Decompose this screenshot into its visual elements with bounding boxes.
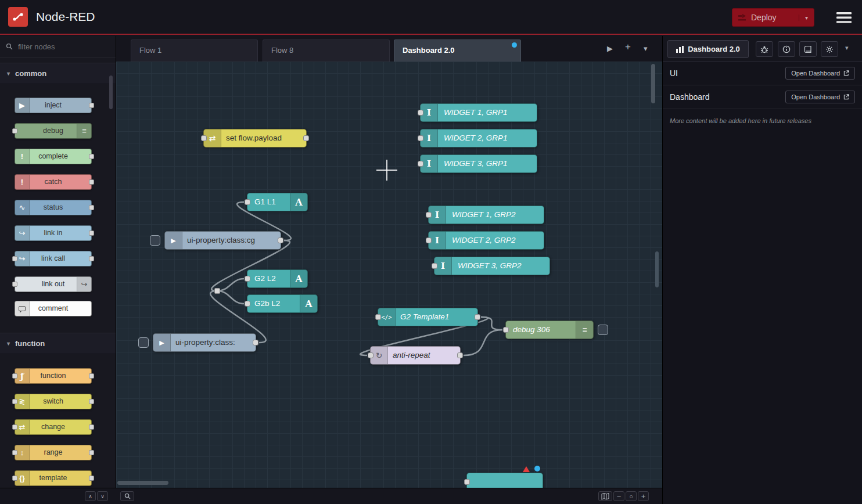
flow-canvas[interactable]: ⇄ set flow.payload I WIDGET 1, GRP1 I WI… [116,62,662,488]
filter-nodes-input[interactable] [17,42,104,52]
palette-search[interactable] [0,36,116,57]
output-port[interactable] [253,340,258,345]
collapse-categories-button[interactable]: ∧ [85,491,96,501]
input-port[interactable] [245,199,250,205]
tab-dashboard-2-0[interactable]: Dashboard 2.0 [394,39,521,62]
node-widget-3-grp1[interactable]: I WIDGET 3, GRP1 [420,154,537,173]
sidebar-tab-label: Dashboard 2.0 [688,45,740,53]
input-port[interactable] [418,161,423,167]
input-port[interactable] [503,327,509,333]
palette-node-link-in[interactable]: ↪ link in [15,225,92,241]
input-port[interactable] [201,135,207,141]
palette-category-label: function [15,339,45,348]
flow-menu-caret-icon[interactable]: ▾ [644,44,648,53]
input-port[interactable] [426,237,432,243]
node-change-set-flow-payload[interactable]: ⇄ set flow.payload [203,129,307,147]
main-menu-button[interactable] [836,12,852,23]
palette-node-change[interactable]: ⇄ change [15,419,92,435]
palette-node-catch[interactable]: ! catch [15,174,92,190]
output-port [89,231,94,236]
input-port [12,399,17,404]
palette-node-switch[interactable]: ≷ switch [15,394,92,409]
node-g2b-l2[interactable]: A G2b L2 [247,294,318,313]
zoom-in-button[interactable]: + [638,491,649,501]
palette-node-status[interactable]: ∿ status [15,200,92,215]
deploy-options-caret-icon[interactable]: ▾ [799,15,814,21]
input-port[interactable] [418,110,423,116]
output-port[interactable] [278,237,283,243]
input-port[interactable] [368,352,373,358]
palette-node-complete[interactable]: ! complete [15,149,92,164]
input-port[interactable] [245,276,250,282]
node-widget-2-grp1[interactable]: I WIDGET 2, GRP1 [420,129,537,147]
input-port[interactable] [432,263,437,269]
search-icon [6,43,13,50]
tab-flow-8[interactable]: Flow 8 [263,39,390,62]
palette-category-function[interactable]: ▾ function [0,333,116,354]
inject-button[interactable] [138,337,149,348]
debug-sidebar-button[interactable] [756,41,773,57]
palette-node-comment[interactable]: comment [15,301,92,316]
node-red-editor: Node-RED Deploy ▾ ▾ common ▶ inject [0,0,862,504]
vertical-scrollbar[interactable] [651,64,655,103]
wire-junction[interactable] [214,288,220,294]
palette-category-common[interactable]: ▾ common [0,63,116,84]
flow-list-button[interactable]: ▶ [607,44,613,53]
input-port[interactable] [245,301,250,307]
output-port[interactable] [303,135,309,141]
input-port[interactable] [375,314,381,320]
search-flows-button[interactable] [120,491,134,501]
palette-node-template[interactable]: {} template [15,470,92,486]
wire[interactable] [481,317,502,330]
node-inject-ui-property[interactable]: ▶ ui-property:class: [153,333,256,352]
node-debug-306[interactable]: ≡ debug 306 [505,321,594,339]
node-widget-1-grp2[interactable]: I WIDGET 1, GRP2 [428,206,544,224]
palette-node-inject[interactable]: ▶ inject [15,98,92,113]
expand-categories-button[interactable]: ∨ [97,491,108,501]
debug-toggle-button[interactable] [598,325,608,335]
input-port[interactable] [418,135,423,141]
node-widget-3-grp2[interactable]: I WIDGET 3, GRP2 [434,257,550,275]
output-port [89,179,94,185]
info-sidebar-button[interactable] [778,41,795,57]
navigator-toggle-button[interactable] [598,491,612,501]
footer-bar: ∧ ∨ − ○ + [0,488,662,504]
wire[interactable] [464,330,502,355]
zoom-out-button[interactable]: − [613,491,624,501]
config-sidebar-button[interactable] [821,41,838,57]
node-partial-bottom[interactable] [466,473,543,488]
palette-node-debug[interactable]: ≡ debug [15,123,92,139]
sidebar-tab-dashboard[interactable]: Dashboard 2.0 [667,40,749,58]
node-widget-2-grp2[interactable]: I WIDGET 2, GRP2 [428,231,544,250]
open-dashboard-button[interactable]: Open Dashboard [785,67,855,80]
font-awesome-a-icon: A [290,270,307,287]
output-port[interactable] [475,314,480,320]
wire[interactable] [217,291,244,304]
add-flow-button[interactable]: + [625,42,631,52]
node-widget-1-grp1[interactable]: I WIDGET 1, GRP1 [420,103,537,122]
output-port[interactable] [457,352,463,358]
zoom-reset-button[interactable]: ○ [626,491,637,501]
palette-node-link-out[interactable]: ↪ link out [15,276,92,292]
node-g2-l2[interactable]: A G2 L2 [247,269,308,288]
horizontal-scrollbar[interactable] [117,481,168,485]
palette-node-range[interactable]: ↕ range [15,445,92,460]
input-port[interactable] [426,212,432,218]
help-sidebar-button[interactable] [799,41,817,57]
deploy-button[interactable]: Deploy ▾ [732,8,814,27]
node-inject-ui-property-cg[interactable]: ▶ ui-property:class:cg [164,231,281,250]
node-g1-l1[interactable]: A G1 L1 [247,193,308,211]
tab-flow-1[interactable]: Flow 1 [131,39,258,62]
palette-node-link-call[interactable]: ↪ link call [15,251,92,267]
palette-node-function[interactable]: ƒ function [15,368,92,384]
input-port[interactable] [464,479,470,485]
palette-scrollbar[interactable] [109,75,113,109]
open-dashboard-button[interactable]: Open Dashboard [785,91,855,103]
inject-button[interactable] [150,235,160,246]
inject-icon: ▶ [153,334,171,351]
sidebar-resize-handle[interactable] [655,251,659,287]
node-anti-repeat[interactable]: ↻ anti-repeat [370,346,461,365]
input-port [12,282,17,287]
node-g2-template1[interactable]: </> G2 Template1 [378,308,478,326]
sidebar-menu-caret-icon[interactable]: ▾ [845,44,849,52]
